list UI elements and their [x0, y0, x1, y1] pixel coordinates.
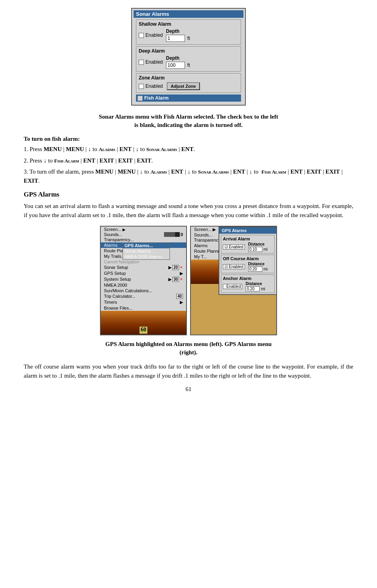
- gps-alarms-heading: GPS Alarms: [24, 191, 353, 199]
- caption1-line2: is blank, indicating the alarm is turned…: [24, 121, 353, 129]
- zone-alarm-title: Zone Alarm: [139, 75, 238, 81]
- left-transparency: Transparency...: [101, 237, 186, 242]
- left-sounds: Sounds...: [104, 232, 122, 237]
- deep-depth-row: 100 ft: [166, 62, 190, 69]
- off-course-distance-row: 0.20 mi: [248, 267, 268, 272]
- zone-enabled-row: Enabled: [139, 83, 163, 89]
- off-course-alarm-title: Off Course Alarm: [223, 256, 273, 261]
- left-menu: Screen... ▶ Sounds... 0 Transparency... …: [101, 227, 186, 311]
- shallow-alarm-group: Shallow Alarm Enabled Depth 1 ft: [136, 19, 241, 45]
- left-browse-files: Browse Files...: [101, 305, 186, 311]
- instruction-step2: 2. Press ↓ to Fish Alarm | ENT | EXIT | …: [24, 156, 353, 165]
- deep-alarm-row: Enabled Depth 100 ft: [139, 55, 238, 69]
- zone-alarm-group: Zone Alarm Enabled Adjust Zone: [136, 73, 241, 93]
- arrival-distance-unit: mi: [264, 247, 268, 251]
- deep-depth-col: Depth 100 ft: [166, 55, 190, 69]
- screenshots-caption-line1: GPS Alarm highlighted on Alarms menu (le…: [24, 340, 353, 348]
- page-number: 61: [24, 386, 353, 393]
- deep-enabled-checkbox[interactable]: [139, 60, 144, 65]
- anchor-alarm-title: Anchor Alarm: [223, 276, 273, 281]
- left-sonar-alarms[interactable]: Sonar Alarms...: [123, 248, 170, 254]
- anchor-distance-row: 0.20 mi: [245, 286, 265, 291]
- zone-alarm-row: Enabled Adjust Zone: [139, 82, 238, 90]
- off-course-distance-label: Distance: [248, 262, 268, 266]
- fish-alarm-row[interactable]: Fish Alarm: [136, 95, 241, 102]
- anchor-distance-label: Distance: [245, 282, 265, 286]
- gps-body1: You can set an arrival alarm to flash a …: [24, 202, 353, 220]
- anchor-enabled-row: Enabled Distance 0.20 mi: [223, 282, 273, 291]
- left-trip-calc[interactable]: Trip Calculator... 40: [101, 293, 186, 299]
- zone-enabled-checkbox[interactable]: [139, 84, 144, 89]
- off-course-distance-unit: mi: [264, 267, 268, 271]
- left-sonar-setup[interactable]: Sonar Setup ▶ 20 ✕: [101, 265, 186, 270]
- right-sounds: Sounds...: [194, 233, 212, 237]
- left-gps-alarms-highlighted[interactable]: GPS Alarms...: [123, 243, 170, 248]
- arrival-enabled-label: Enabled: [229, 245, 243, 249]
- left-menu-screen: Screen... ▶: [101, 227, 186, 232]
- off-course-distance-input[interactable]: 0.20: [248, 267, 262, 272]
- gps-popup-title: GPS Alarms: [219, 227, 276, 234]
- anchor-distance-unit: mi: [261, 287, 265, 291]
- caption1: Sonar Alarms menu with Fish Alarm select…: [24, 113, 353, 129]
- adjust-zone-button[interactable]: Adjust Zone: [167, 82, 200, 90]
- left-nmea-alarms[interactable]: NMEA 2000 Alarms...: [123, 254, 170, 259]
- off-course-enabled-box[interactable]: ☑ Enabled: [223, 264, 245, 269]
- deep-enabled-row: Enabled: [139, 59, 163, 65]
- shallow-depth-row: 1 ft: [166, 35, 190, 42]
- off-course-alarm-group: Off Course Alarm ☑ Enabled Distance 0.20…: [221, 255, 275, 273]
- anchor-alarm-group: Anchor Alarm Enabled Distance 0.20 mi: [221, 274, 275, 293]
- fish-alarm-checkbox[interactable]: [138, 96, 143, 101]
- shallow-enabled-label: Enabled: [145, 32, 163, 38]
- arrival-distance-input[interactable]: 0.10: [248, 247, 262, 252]
- left-cancel-nav: Cancel Navigation: [101, 259, 186, 265]
- fish-alarm-label: Fish Alarm: [144, 95, 169, 101]
- off-course-enabled-row: ☑ Enabled Distance 0.20 mi: [223, 262, 273, 272]
- left-sunmoon: Sun/Moon Calculations...: [101, 288, 186, 293]
- left-system-setup[interactable]: System Setup ▶ 30 ✕: [101, 276, 186, 282]
- arrival-enabled-box[interactable]: ☑ Enabled: [223, 244, 245, 250]
- screenshots-caption-line2: (right).: [24, 348, 353, 357]
- shallow-enabled-checkbox[interactable]: [139, 33, 144, 38]
- left-sonar-image: 50 60: [101, 311, 186, 335]
- shallow-enabled-row: Enabled: [139, 32, 163, 38]
- anchor-distance-input[interactable]: 0.20: [245, 286, 260, 291]
- arrival-alarm-title: Arrival Alarm: [223, 236, 273, 241]
- anchor-enabled-box[interactable]: Enabled: [223, 284, 242, 289]
- sonar-alarms-container: Sonar Alarms Shallow Alarm Enabled Depth…: [24, 8, 353, 106]
- left-sixty: 60: [139, 327, 147, 334]
- left-nmea2000: NMEA 2000: [101, 282, 186, 288]
- shallow-alarm-title: Shallow Alarm: [139, 21, 238, 27]
- screenshots-caption: GPS Alarm highlighted on Alarms menu (le…: [24, 340, 353, 357]
- deep-depth-unit: ft: [187, 62, 190, 68]
- deep-enabled-label: Enabled: [145, 59, 163, 65]
- deep-depth-label: Depth: [166, 55, 190, 61]
- arrival-alarm-group: Arrival Alarm ☑ Enabled Distance 0.10 mi: [221, 235, 275, 253]
- shallow-depth-label: Depth: [166, 28, 190, 34]
- anchor-enabled-label: Enabled: [226, 284, 241, 289]
- right-screenshot: Screen... ▶ Sounds... 0 Transparency... …: [190, 226, 277, 335]
- zone-enabled-label: Enabled: [145, 83, 163, 89]
- arrival-distance-label: Distance: [248, 242, 268, 246]
- shallow-depth-input[interactable]: 1: [166, 35, 185, 42]
- left-gps-setup[interactable]: GPS Setup▶: [101, 270, 186, 276]
- left-alarms-highlighted[interactable]: Alarms GPS Alarms... Sonar Alarms... NME…: [101, 242, 186, 248]
- gps-body2: The off course alarm warns you when your…: [24, 362, 353, 381]
- sonar-alarms-title: Sonar Alarms: [134, 10, 243, 18]
- arrival-enabled-row: ☑ Enabled Distance 0.10 mi: [223, 242, 273, 252]
- sonar-alarms-box: Sonar Alarms Shallow Alarm Enabled Depth…: [131, 8, 246, 106]
- shallow-depth-unit: ft: [187, 36, 190, 41]
- off-course-enabled-label: Enabled: [229, 265, 243, 269]
- deep-alarm-title: Deep Alarm: [139, 48, 238, 54]
- deep-depth-input[interactable]: 100: [166, 62, 185, 69]
- gps-popup: GPS Alarms Arrival Alarm ☑ Enabled Dista…: [219, 227, 277, 295]
- instruction-step3: 3. To turn off the alarm, press MENU | M…: [24, 167, 353, 185]
- screenshots-row: Screen... ▶ Sounds... 0 Transparency... …: [24, 226, 353, 335]
- caption1-line1: Sonar Alarms menu with Fish Alarm select…: [24, 113, 353, 121]
- shallow-depth-col: Depth 1 ft: [166, 28, 190, 42]
- left-screenshot: Screen... ▶ Sounds... 0 Transparency... …: [100, 226, 187, 335]
- deep-alarm-group: Deep Alarm Enabled Depth 100 ft: [136, 46, 241, 72]
- shallow-alarm-row: Enabled Depth 1 ft: [139, 28, 238, 42]
- instruction-heading: To turn on fish alarm:: [24, 136, 353, 142]
- left-timers[interactable]: Timers▶: [101, 299, 186, 305]
- arrival-distance-row: 0.10 mi: [248, 247, 268, 252]
